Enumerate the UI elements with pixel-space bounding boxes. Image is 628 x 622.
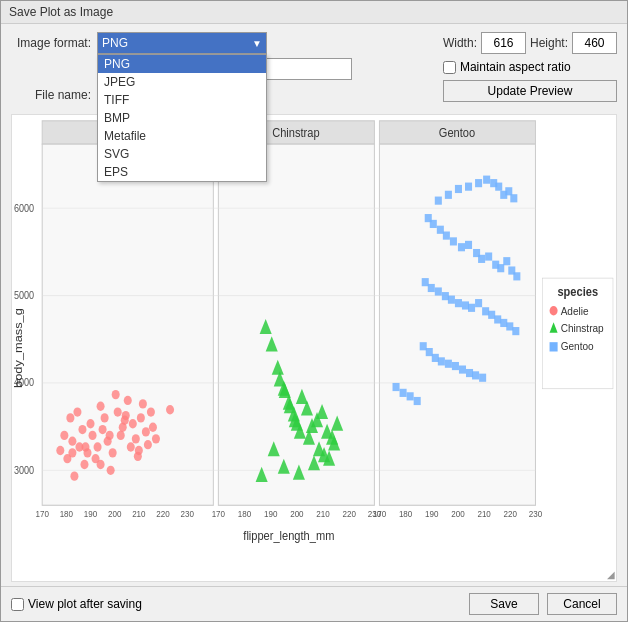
format-select-wrapper: PNG ▼ PNG JPEG TIFF BMP Metafile SVG EPS <box>97 32 267 54</box>
svg-point-50 <box>80 460 88 469</box>
svg-point-173 <box>550 306 558 315</box>
format-option-metafile[interactable]: Metafile <box>98 127 266 145</box>
svg-point-75 <box>144 440 152 449</box>
aspect-ratio-label: Maintain aspect ratio <box>460 60 571 74</box>
dialog-title: Save Plot as Image <box>9 5 113 19</box>
svg-text:170: 170 <box>373 508 387 519</box>
cancel-button[interactable]: Cancel <box>547 593 617 615</box>
resize-handle[interactable]: ◢ <box>602 567 616 581</box>
svg-rect-144 <box>435 287 442 295</box>
svg-rect-139 <box>503 257 510 265</box>
save-button[interactable]: Save <box>469 593 539 615</box>
svg-point-49 <box>78 425 86 434</box>
svg-point-84 <box>152 434 160 443</box>
aspect-ratio-row: Maintain aspect ratio <box>443 60 617 74</box>
svg-point-63 <box>114 407 122 416</box>
height-input[interactable] <box>572 32 617 54</box>
svg-rect-160 <box>438 357 445 365</box>
svg-rect-164 <box>466 369 473 377</box>
svg-text:220: 220 <box>156 508 170 519</box>
format-select[interactable]: PNG ▼ <box>97 32 267 54</box>
svg-point-58 <box>101 413 109 422</box>
svg-text:Adelie: Adelie <box>561 305 589 318</box>
svg-text:210: 210 <box>316 508 330 519</box>
svg-rect-154 <box>500 319 507 327</box>
svg-point-42 <box>60 431 68 440</box>
svg-text:200: 200 <box>451 508 465 519</box>
format-label: Image format: <box>11 36 91 50</box>
format-option-png[interactable]: PNG <box>98 55 266 73</box>
svg-point-82 <box>121 416 129 425</box>
view-after-saving-checkbox[interactable] <box>11 598 24 611</box>
svg-rect-148 <box>462 301 469 309</box>
format-option-tiff[interactable]: TIFF <box>98 91 266 109</box>
svg-rect-136 <box>485 252 492 260</box>
svg-point-67 <box>124 396 132 405</box>
svg-rect-123 <box>495 183 502 191</box>
svg-point-60 <box>107 466 115 475</box>
format-dropdown: PNG JPEG TIFF BMP Metafile SVG EPS <box>97 54 267 182</box>
svg-rect-159 <box>432 354 439 362</box>
svg-text:220: 220 <box>343 508 357 519</box>
svg-point-77 <box>149 423 157 432</box>
svg-text:3000: 3000 <box>14 464 35 476</box>
svg-rect-162 <box>452 362 459 370</box>
svg-text:190: 190 <box>84 508 98 519</box>
svg-text:Gentoo: Gentoo <box>561 340 594 353</box>
svg-point-74 <box>142 427 150 436</box>
height-label: Height: <box>530 36 568 50</box>
format-row: Image format: PNG ▼ PNG JPEG TIFF BMP Me… <box>11 32 352 54</box>
svg-point-64 <box>117 431 125 440</box>
width-input[interactable] <box>481 32 526 54</box>
svg-rect-146 <box>448 296 455 304</box>
svg-rect-128 <box>430 220 437 228</box>
svg-rect-129 <box>437 226 444 234</box>
svg-rect-131 <box>450 237 457 245</box>
svg-rect-120 <box>475 179 482 187</box>
svg-rect-145 <box>442 292 449 300</box>
svg-point-72 <box>137 413 145 422</box>
svg-text:180: 180 <box>238 508 252 519</box>
svg-point-76 <box>147 407 155 416</box>
svg-point-44 <box>66 413 74 422</box>
svg-text:230: 230 <box>529 508 543 519</box>
svg-rect-119 <box>465 183 472 191</box>
format-option-eps[interactable]: EPS <box>98 163 266 181</box>
svg-text:Gentoo: Gentoo <box>439 125 476 140</box>
svg-point-79 <box>81 442 89 451</box>
svg-text:190: 190 <box>264 508 278 519</box>
svg-rect-7 <box>42 144 213 505</box>
svg-rect-143 <box>428 284 435 292</box>
svg-text:200: 200 <box>290 508 304 519</box>
svg-point-68 <box>127 442 135 451</box>
dropdown-arrow-icon: ▼ <box>252 38 262 49</box>
svg-rect-161 <box>445 360 452 368</box>
svg-rect-153 <box>494 315 501 323</box>
svg-rect-177 <box>550 342 558 351</box>
svg-point-73 <box>139 399 147 408</box>
svg-rect-158 <box>426 348 433 356</box>
svg-rect-155 <box>506 322 513 330</box>
svg-text:5000: 5000 <box>14 289 35 301</box>
aspect-ratio-checkbox[interactable] <box>443 61 456 74</box>
format-option-jpeg[interactable]: JPEG <box>98 73 266 91</box>
svg-rect-152 <box>488 311 495 319</box>
svg-rect-149 <box>468 304 475 312</box>
width-label: Width: <box>443 36 477 50</box>
svg-text:Chinstrap: Chinstrap <box>561 321 604 334</box>
svg-rect-167 <box>393 383 400 391</box>
svg-point-41 <box>56 446 64 455</box>
svg-point-55 <box>94 442 102 451</box>
format-option-svg[interactable]: SVG <box>98 145 266 163</box>
svg-rect-121 <box>483 176 490 184</box>
svg-point-62 <box>112 390 120 399</box>
svg-text:body_mass_g: body_mass_g <box>12 308 25 388</box>
svg-rect-165 <box>472 371 479 379</box>
svg-rect-150 <box>475 299 482 307</box>
update-preview-button[interactable]: Update Preview <box>443 80 617 102</box>
svg-point-83 <box>135 446 143 455</box>
format-option-bmp[interactable]: BMP <box>98 109 266 127</box>
svg-text:180: 180 <box>60 508 74 519</box>
svg-rect-141 <box>513 272 520 280</box>
svg-rect-151 <box>482 307 489 315</box>
